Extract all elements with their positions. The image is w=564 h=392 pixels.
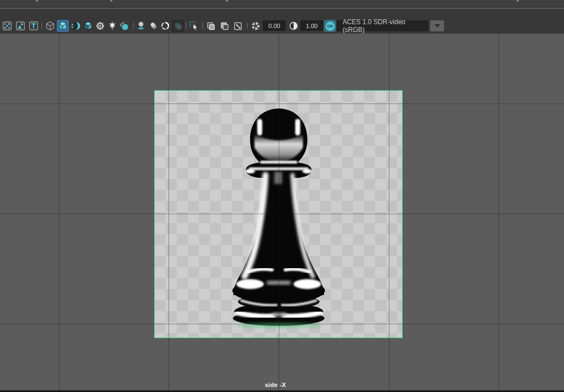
display-transform-value: ACES 1.0 SDR-video (sRGB): [343, 18, 429, 34]
solid-shading-cube-icon[interactable]: [57, 20, 69, 32]
display-transform-dropdown[interactable]: ACES 1.0 SDR-video (sRGB): [337, 20, 429, 31]
layers-icon[interactable]: [172, 20, 184, 32]
tab-mark: [226, 0, 228, 2]
lightbulb-icon[interactable]: [107, 21, 117, 31]
display-transform-toggle[interactable]: ON: [324, 20, 336, 32]
grid-line-vertical-center: [279, 34, 279, 390]
viewer-toolbar: 0.00 1.00 ON ACES 1.0 SDR-video (sRGB): [0, 9, 564, 34]
grid-line-horizontal: [0, 104, 564, 104]
grid-line-horizontal: [0, 324, 564, 324]
toolbar-divider: [133, 22, 134, 29]
aperture-exposure-icon[interactable]: [251, 21, 261, 31]
copy-squares-icon[interactable]: [206, 21, 216, 31]
shadow-ground-icon[interactable]: [136, 21, 146, 31]
gamma-value: 1.00: [306, 23, 317, 29]
display-transform-arrow-button[interactable]: [430, 20, 444, 31]
image-icon[interactable]: [15, 21, 25, 31]
dither-pattern-icon[interactable]: [2, 21, 12, 31]
window-top-strip: [0, 0, 564, 7]
dashed-circle-icon[interactable]: [160, 21, 170, 31]
toolbar-divider: [186, 22, 187, 29]
textured-cube-icon[interactable]: [83, 21, 93, 31]
application-window: 0.00 1.00 ON ACES 1.0 SDR-video (sRGB) ≀…: [0, 0, 564, 392]
select-cursor-icon[interactable]: [189, 21, 199, 31]
environment-sphere-icon[interactable]: [119, 21, 129, 31]
checker-flower-icon[interactable]: [95, 21, 105, 31]
shaded-sphere-light-icon[interactable]: [71, 21, 81, 31]
grid-line-vertical: [59, 34, 59, 390]
exposure-value: 0.00: [268, 23, 280, 29]
toolbar-divider: [202, 22, 203, 29]
tab-mark: [36, 0, 38, 2]
grid-line-vertical: [498, 34, 499, 390]
tab-mark: [110, 0, 112, 2]
text-icon[interactable]: [29, 21, 39, 31]
wireframe-cube-icon[interactable]: [45, 21, 55, 31]
on-toggle-label: ON: [326, 21, 335, 31]
capsule-icon[interactable]: [149, 21, 159, 31]
paste-squares-icon[interactable]: [220, 21, 230, 31]
tab-mark: [517, 0, 519, 2]
exposure-field[interactable]: 0.00: [263, 20, 286, 31]
chevron-down-icon: [435, 24, 440, 28]
grid-line-vertical: [389, 34, 389, 390]
toolbar-divider: [41, 22, 42, 29]
contrast-gamma-icon[interactable]: [289, 21, 299, 31]
grid-line-horizontal-center: [0, 214, 564, 214]
camera-orientation-label: side -X: [237, 382, 314, 388]
watermark-smudge: ≀≀: [373, 156, 381, 164]
crop-pen-icon[interactable]: [233, 21, 243, 31]
grid-line-vertical: [169, 34, 169, 390]
toolbar-divider: [247, 22, 248, 29]
gamma-field[interactable]: 1.00: [300, 20, 323, 31]
3d-viewport[interactable]: ≀≀ ≀≀: [0, 34, 564, 390]
